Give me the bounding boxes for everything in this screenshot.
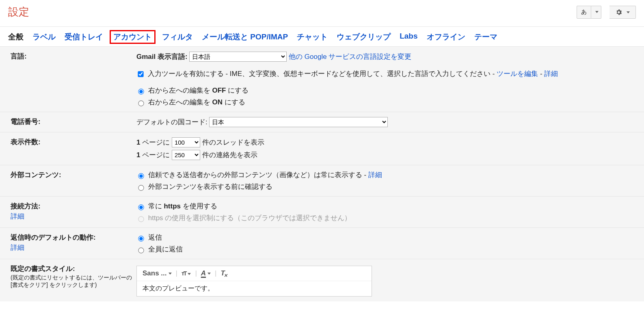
https-bold: https	[164, 202, 181, 210]
tab-offline[interactable]: オフライン	[427, 32, 465, 42]
content-language: Gmail 表示言語: 日本語 他の Google サービスの言語設定を変更 入…	[136, 52, 633, 107]
rtl-off-bold: OFF	[212, 87, 226, 94]
tab-webclips[interactable]: ウェブクリップ	[337, 32, 391, 42]
label-language: 言語:	[11, 52, 136, 107]
external-detail-link[interactable]: 詳細	[368, 171, 382, 179]
tab-chat[interactable]: チャット	[297, 32, 328, 42]
gear-button[interactable]	[609, 6, 636, 19]
style-sub: (既定の書式にリセットするには、ツールバーの [書式をクリア] をクリックします…	[11, 274, 136, 289]
row-phone: 電話番号: デフォルトの国コード: 日本	[0, 112, 644, 132]
tab-inbox[interactable]: 受信トレイ	[65, 32, 103, 42]
tab-account[interactable]: アカウント	[110, 30, 156, 44]
external-always-radio[interactable]	[138, 173, 144, 179]
page-title: 設定	[8, 5, 29, 19]
tab-labs[interactable]: Labs	[400, 32, 417, 42]
content-pagesize: 1 ページに 100 件のスレッドを表示 1 ページに 250 件の連絡先を表示	[136, 137, 633, 160]
reply-detail-link[interactable]: 詳細	[11, 244, 24, 251]
reply-all-radio[interactable]	[138, 247, 144, 253]
edit-tool-link[interactable]: ツールを編集	[497, 70, 538, 78]
content-external: 信頼できる送信者からの外部コンテンツ（画像など）は常に表示する - 詳細 外部コ…	[136, 170, 633, 191]
row-external: 外部コンテンツ: 信頼できる送信者からの外部コンテンツ（画像など）は常に表示する…	[0, 165, 644, 197]
external-always-text: 信頼できる送信者からの外部コンテンツ（画像など）は常に表示する -	[148, 171, 368, 179]
rtl-off-prefix: 右から左への編集を	[148, 87, 212, 94]
rtl-on-prefix: 右から左への編集を	[148, 98, 212, 106]
other-google-language-link[interactable]: 他の Google サービスの言語設定を変更	[289, 53, 411, 61]
reply-radio[interactable]	[138, 236, 144, 241]
header: 設定 あ	[0, 0, 644, 27]
tabs: 全般 ラベル 受信トレイ アカウント フィルタ メール転送と POP/IMAP …	[0, 27, 644, 47]
language-input-button[interactable]: あ	[577, 6, 591, 19]
language-input-button-group: あ	[577, 6, 601, 19]
rtl-off-radio[interactable]	[138, 89, 144, 94]
language-input-dropdown[interactable]	[591, 6, 601, 19]
display-language-label: Gmail 表示言語:	[136, 53, 188, 61]
label-reply: 返信時のデフォルトの動作: 詳細	[11, 233, 136, 254]
https-optional-radio	[138, 216, 144, 222]
https-suffix: を使用する	[181, 202, 217, 210]
rtl-on-bold: ON	[212, 98, 223, 106]
contacts-suffix: 件の連絡先を表示	[202, 151, 257, 159]
label-pagesize: 表示件数:	[11, 137, 136, 160]
settings-body: 言語: Gmail 表示言語: 日本語 他の Google サービスの言語設定を…	[0, 47, 644, 301]
tab-forwarding[interactable]: メール転送と POP/IMAP	[202, 32, 288, 42]
tab-labels[interactable]: ラベル	[32, 32, 56, 42]
tab-general[interactable]: 全般	[8, 32, 24, 42]
reply-all-text: 全員に返信	[148, 245, 183, 253]
content-phone: デフォルトの国コード: 日本	[136, 117, 633, 127]
reply-text: 返信	[148, 234, 162, 241]
row-language: 言語: Gmail 表示言語: 日本語 他の Google サービスの言語設定を…	[0, 47, 644, 112]
gear-button-group	[609, 6, 636, 19]
chevron-down-icon	[625, 9, 630, 15]
label-connection: 接続方法: 詳細	[11, 201, 136, 223]
ime-detail-link[interactable]: 詳細	[544, 70, 558, 78]
connection-detail-link[interactable]: 詳細	[11, 212, 24, 220]
threads-suffix: 件のスレッドを表示	[202, 139, 264, 146]
label-style: 既定の書式スタイル: (既定の書式にリセットするには、ツールバーの [書式をクリ…	[11, 264, 136, 297]
https-prefix: 常に	[148, 202, 164, 210]
country-code-select[interactable]: 日本	[209, 117, 388, 127]
contacts-mid: ページに	[140, 151, 171, 159]
style-preview-box: Sans ... | тT | A | T✕ 本文のプレビューです。	[136, 266, 372, 297]
tab-filters[interactable]: フィルタ	[162, 32, 193, 42]
font-size-dropdown[interactable]: тT	[182, 270, 191, 277]
content-connection: 常に https を使用する https の使用を選択制にする（このブラウザでは…	[136, 201, 633, 223]
external-ask-radio[interactable]	[138, 185, 144, 191]
text-color-dropdown[interactable]: A	[201, 269, 211, 277]
rtl-on-suffix: にする	[223, 98, 245, 106]
row-style: 既定の書式スタイル: (既定の書式にリセットするには、ツールバーの [書式をクリ…	[0, 259, 644, 301]
threads-mid: ページに	[140, 139, 171, 146]
threads-per-page-select[interactable]: 100	[172, 137, 200, 147]
https-always-radio[interactable]	[138, 204, 144, 210]
label-phone: 電話番号:	[11, 117, 136, 127]
content-style: Sans ... | тT | A | T✕ 本文のプレビューです。	[136, 264, 633, 297]
header-actions: あ	[577, 6, 636, 19]
row-pagesize: 表示件数: 1 ページに 100 件のスレッドを表示 1 ページに 250 件の…	[0, 132, 644, 165]
style-preview-text: 本文のプレビューです。	[137, 281, 372, 296]
enable-ime-text: 入力ツールを有効にする - IME、文字変換、仮想キーボードなどを使用して、選択…	[148, 70, 497, 78]
contacts-per-page-select[interactable]: 250	[172, 150, 200, 160]
default-country-label: デフォルトの国コード:	[136, 118, 207, 126]
https-optional-text: https の使用を選択制にする（このブラウザでは選択できません）	[148, 214, 352, 222]
label-external: 外部コンテンツ:	[11, 170, 136, 191]
rtl-off-suffix: にする	[226, 87, 249, 94]
row-connection: 接続方法: 詳細 常に https を使用する https の使用を選択制にする…	[0, 197, 644, 228]
gear-icon	[615, 9, 622, 16]
rtl-on-radio[interactable]	[138, 100, 144, 106]
content-reply: 返信 全員に返信	[136, 233, 633, 254]
external-ask-text: 外部コンテンツを表示する前に確認する	[148, 183, 272, 191]
tab-themes[interactable]: テーマ	[474, 32, 497, 42]
enable-ime-checkbox[interactable]	[138, 71, 143, 77]
clear-format-button[interactable]: T✕	[221, 269, 225, 277]
font-family-dropdown[interactable]: Sans ...	[143, 269, 172, 277]
display-language-select[interactable]: 日本語	[189, 52, 287, 62]
style-toolbar: Sans ... | тT | A | T✕	[137, 266, 372, 281]
row-reply: 返信時のデフォルトの動作: 詳細 返信 全員に返信	[0, 228, 644, 259]
